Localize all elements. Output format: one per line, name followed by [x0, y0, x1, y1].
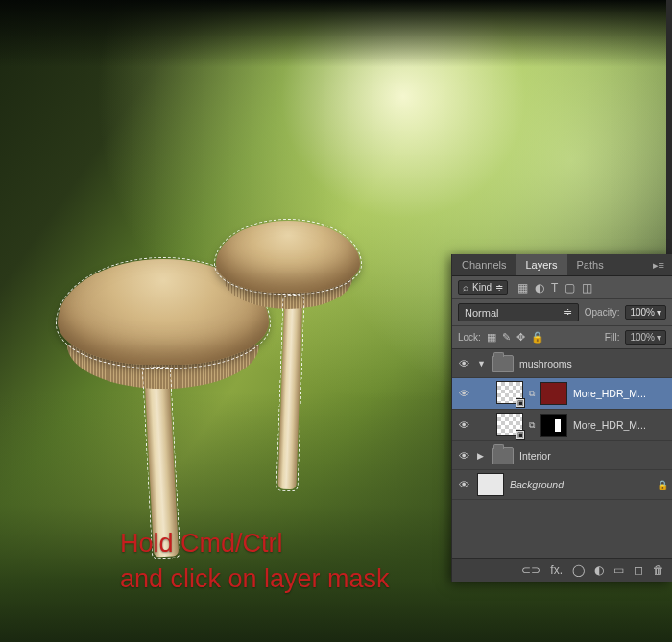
- filter-kind-dropdown[interactable]: ⌕ Kind ≑: [458, 280, 508, 295]
- lock-label: Lock:: [458, 332, 481, 343]
- panel-menu-icon[interactable]: ▸≡: [645, 254, 672, 275]
- lock-icon: 🔒: [657, 480, 668, 490]
- smart-object-badge: ▣: [516, 430, 525, 440]
- filter-pixel-icon[interactable]: ▦: [517, 281, 528, 295]
- chevron-down-icon: ▾: [657, 332, 661, 343]
- layer-mask-thumbnail[interactable]: [540, 414, 567, 437]
- disclosure-triangle[interactable]: ▶: [477, 451, 487, 461]
- new-adjustment-button[interactable]: ◐: [594, 563, 604, 577]
- tab-layers[interactable]: Layers: [516, 254, 566, 275]
- blend-mode-row: Normal ≑ Opacity: 100% ▾: [452, 299, 672, 326]
- layer-hdr-1[interactable]: 👁 ▣ ⧉ More_HDR_M...: [452, 378, 672, 410]
- new-group-button[interactable]: ▭: [613, 563, 624, 577]
- lock-pixels-icon[interactable]: ✎: [502, 331, 511, 344]
- layer-name[interactable]: Interior: [519, 450, 668, 462]
- filter-type-icons: ▦ ◐ T ▢ ◫: [517, 281, 592, 295]
- annotation-line2: and click on layer mask: [120, 561, 390, 596]
- layer-group-mushrooms[interactable]: 👁 ▼ mushrooms: [452, 349, 672, 378]
- opacity-value: 100%: [630, 307, 655, 318]
- lock-position-icon[interactable]: ✥: [516, 331, 525, 344]
- divider-icon: ≑: [495, 282, 503, 293]
- layer-fx-button[interactable]: fx.: [550, 563, 563, 577]
- opacity-input[interactable]: 100% ▾: [625, 305, 666, 320]
- lock-all-icon[interactable]: 🔒: [531, 331, 544, 344]
- layer-name[interactable]: mushrooms: [519, 358, 668, 369]
- layer-name[interactable]: Background: [510, 479, 651, 490]
- tab-channels[interactable]: Channels: [452, 254, 516, 275]
- instruction-annotation: Hold Cmd/Ctrl and click on layer mask: [120, 526, 390, 596]
- folder-icon: [492, 447, 514, 464]
- layers-list: 👁 ▼ mushrooms 👁 ▣ ⧉ More_HDR_M... 👁 ▣ ⧉: [452, 349, 672, 558]
- filter-type-icon[interactable]: T: [551, 281, 558, 295]
- search-icon: ⌕: [463, 282, 468, 293]
- layer-thumbnail[interactable]: [477, 473, 504, 496]
- tab-paths[interactable]: Paths: [567, 254, 613, 275]
- fill-input[interactable]: 100% ▾: [625, 330, 666, 345]
- filter-adjustment-icon[interactable]: ◐: [535, 281, 544, 295]
- layers-empty-area[interactable]: [452, 500, 672, 558]
- link-mask-icon[interactable]: ⧉: [529, 389, 535, 399]
- layer-mask-thumbnail[interactable]: [540, 382, 567, 405]
- layer-name[interactable]: More_HDR_M...: [573, 419, 668, 431]
- filter-kind-label: Kind: [472, 282, 492, 293]
- app-right-edge: [666, 0, 672, 254]
- visibility-toggle[interactable]: 👁: [456, 450, 471, 462]
- visibility-toggle[interactable]: 👁: [456, 479, 471, 490]
- layer-filter-row: ⌕ Kind ≑ ▦ ◐ T ▢ ◫: [452, 276, 672, 299]
- mushroom-stem: [277, 293, 302, 490]
- visibility-toggle[interactable]: 👁: [456, 419, 471, 431]
- folder-icon: [492, 355, 514, 372]
- chevron-down-icon: ▾: [657, 307, 661, 318]
- link-mask-icon[interactable]: ⧉: [529, 420, 535, 431]
- smart-object-badge: ▣: [516, 398, 525, 408]
- chevron-down-icon: ≑: [564, 306, 572, 319]
- link-layers-button[interactable]: ⊂⊃: [521, 563, 540, 577]
- new-layer-button[interactable]: ◻: [634, 563, 643, 577]
- blend-mode-value: Normal: [465, 307, 498, 319]
- layer-group-interior[interactable]: 👁 ▶ Interior: [452, 441, 672, 470]
- mushroom-right: [216, 221, 360, 489]
- visibility-toggle[interactable]: 👁: [456, 358, 471, 369]
- add-mask-button[interactable]: ◯: [572, 563, 585, 577]
- layer-background[interactable]: 👁 Background 🔒: [452, 470, 672, 500]
- vignette-top: [0, 0, 672, 67]
- mushroom-cap: [216, 221, 360, 293]
- layers-panel: Channels Layers Paths ▸≡ ⌕ Kind ≑ ▦ ◐ T …: [451, 254, 672, 582]
- filter-smart-icon[interactable]: ◫: [582, 281, 592, 295]
- filter-shape-icon[interactable]: ▢: [564, 281, 575, 295]
- panel-footer: ⊂⊃ fx. ◯ ◐ ▭ ◻ 🗑: [452, 558, 672, 582]
- opacity-label: Opacity:: [585, 307, 620, 318]
- lock-transparency-icon[interactable]: ▦: [487, 331, 496, 344]
- fill-label: Fill:: [605, 332, 620, 343]
- layer-hdr-2[interactable]: 👁 ▣ ⧉ More_HDR_M...: [452, 410, 672, 441]
- disclosure-triangle[interactable]: ▼: [477, 359, 487, 369]
- blend-mode-dropdown[interactable]: Normal ≑: [458, 303, 579, 321]
- annotation-line1: Hold Cmd/Ctrl: [120, 526, 390, 560]
- layer-name[interactable]: More_HDR_M...: [573, 388, 668, 399]
- fill-value: 100%: [630, 332, 655, 343]
- visibility-toggle[interactable]: 👁: [456, 388, 471, 399]
- delete-layer-button[interactable]: 🗑: [653, 563, 664, 577]
- lock-row: Lock: ▦ ✎ ✥ 🔒 Fill: 100% ▾: [452, 326, 672, 349]
- panel-tabs: Channels Layers Paths ▸≡: [452, 254, 672, 276]
